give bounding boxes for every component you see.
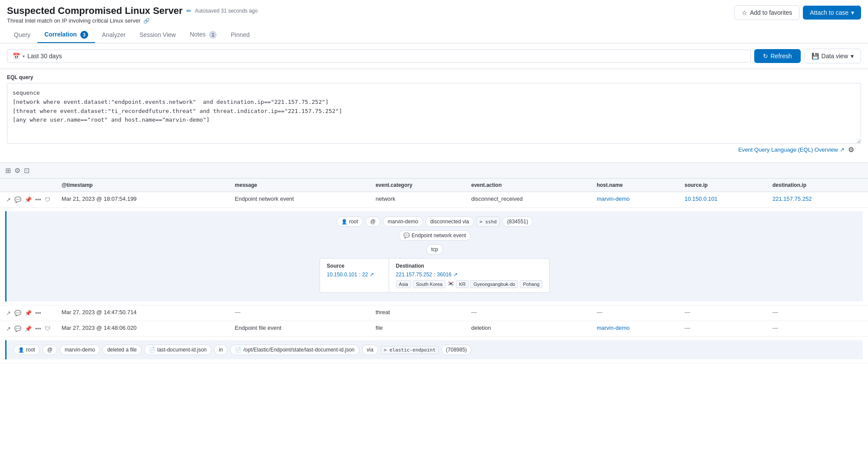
subtitle-link-icon[interactable]: 🔗 [143, 18, 150, 24]
tab-notes[interactable]: Notes 1 [183, 27, 224, 43]
expand-row-3-button[interactable]: ↗ [5, 325, 12, 333]
source-header: Source [327, 263, 382, 269]
comment-row-1-button[interactable]: 💬 [13, 196, 22, 204]
comment-row-2-button[interactable]: 💬 [13, 309, 22, 317]
more-row-2-button[interactable]: ••• [34, 309, 42, 317]
col-host-name-header[interactable]: host.name [591, 179, 679, 192]
row-2-message: — [230, 305, 370, 321]
edit-title-icon[interactable]: ✏ [186, 7, 191, 14]
attach-chevron-icon: ▾ [851, 9, 854, 16]
more-row-1-button[interactable]: ••• [34, 196, 42, 204]
row-1-proto-pills: tcp [13, 244, 856, 255]
row-2-host-name: — [591, 305, 679, 321]
col-message-header[interactable]: message [230, 179, 370, 192]
column-expand-icon[interactable]: ⊡ [24, 166, 30, 175]
shield-row-3-button[interactable]: 🛡 [44, 325, 51, 333]
comment-row-3-button[interactable]: 💬 [13, 325, 22, 333]
refresh-icon: ↻ [763, 53, 768, 60]
col-actions-header [0, 179, 56, 192]
msg-pill: 💬 Endpoint network event [399, 230, 471, 241]
row-1-host-link[interactable]: marvin-demo [597, 196, 630, 202]
tab-analyzer[interactable]: Analyzer [95, 28, 132, 43]
data-view-button[interactable]: 💾 Data view ▾ [804, 49, 861, 63]
comment-icon-small: 💬 [403, 232, 410, 239]
pin-row-1-button[interactable]: 📌 [24, 196, 33, 204]
geo-tags: Asia South Korea 🇰🇷 KR Gyeongsangbuk-do … [396, 280, 543, 288]
row-1-source-ip-link[interactable]: 10.150.0.101 [685, 196, 718, 202]
eql-query-text: sequence [network where event.dataset:"e… [13, 89, 855, 125]
autosaved-label: Autosaved 31 seconds ago [195, 8, 258, 14]
geo-code: KR [456, 280, 469, 288]
results-table: @timestamp message event.category event.… [0, 179, 868, 363]
r3-path-icon: 📄 [235, 347, 241, 353]
row-1-msg-pills: 💬 Endpoint network event [13, 230, 856, 241]
column-toggle-icon[interactable]: ⊞ [5, 166, 11, 175]
col-event-category-header[interactable]: event.category [370, 179, 466, 192]
host-pill: marvin-demo [383, 216, 423, 227]
save-icon: 💾 [812, 53, 819, 60]
attach-to-case-button[interactable]: Attach to case ▾ [803, 6, 861, 20]
attach-label: Attach to case [810, 9, 848, 16]
row-1-dest-ip-link[interactable]: 221.157.75.252 [772, 196, 812, 202]
source-external-icon[interactable]: ↗ [370, 272, 374, 278]
external-link-icon: ↗ [840, 146, 845, 153]
row-3-actions: ↗ 💬 📌 ••• 🛡 [5, 325, 51, 333]
pin-row-2-button[interactable]: 📌 [24, 309, 33, 317]
row-2-destination-ip: — [767, 305, 868, 321]
row-1-pills: 👤 root @ marvin-demo disconnected via > … [13, 216, 856, 227]
geo-city: Pohang [520, 280, 542, 288]
table-row: ↗ 💬 📌 ••• 🛡 Mar 21, 2023 @ 18:07:54.199 … [0, 192, 868, 208]
source-ip-display: 10.150.0.101 : 22 ↗ [327, 272, 382, 278]
header-actions: ☆ Add to favorites Attach to case ▾ [734, 5, 861, 20]
tab-bar: Query Correlation 3 Analyzer Session Vie… [7, 27, 861, 43]
dest-ip-display: 221.157.75.252 : 36016 ↗ [396, 272, 543, 278]
table-settings-icon[interactable]: ⚙ [14, 166, 20, 175]
eql-settings-icon[interactable]: ⚙ [848, 146, 854, 154]
date-range-picker[interactable]: 📅 ▾ Last 30 days [7, 50, 751, 63]
tab-session-view[interactable]: Session View [132, 28, 183, 43]
col-event-action-header[interactable]: event.action [466, 179, 591, 192]
row-1-destination-ip: 221.157.75.252 [767, 192, 868, 208]
source-port-link[interactable]: 22 [362, 272, 368, 278]
row-2-event-action: — [466, 305, 591, 321]
dest-port-link[interactable]: 36016 [437, 272, 451, 278]
more-row-3-button[interactable]: ••• [34, 325, 42, 333]
eql-section: EQL query sequence [network where event.… [0, 69, 868, 163]
tab-correlation[interactable]: Correlation 3 [37, 27, 95, 43]
row-3-host-link[interactable]: marvin-demo [597, 325, 630, 331]
row-3-expanded-cell: 👤 root @ marvin-demo deleted a file 📄 la… [0, 337, 868, 363]
dest-ip-link[interactable]: 221.157.75.252 [396, 272, 432, 278]
date-range-value: Last 30 days [27, 53, 745, 60]
table-header-bar: ⊞ ⚙ ⊡ [0, 163, 868, 179]
row-1-message: Endpoint network event [230, 192, 370, 208]
user-icon: 👤 [341, 219, 347, 225]
eql-link-text: Event Query Language (EQL) Overview [738, 146, 838, 153]
refresh-button[interactable]: ↻ Refresh [754, 49, 801, 63]
shield-row-1-button[interactable]: 🛡 [44, 196, 51, 204]
add-to-favorites-button[interactable]: ☆ Add to favorites [734, 5, 799, 20]
row-1-timestamp: Mar 21, 2023 @ 18:07:54.199 [56, 192, 230, 208]
r3-via-pill: via [362, 345, 378, 355]
pin-row-3-button[interactable]: 📌 [24, 325, 33, 333]
data-view-chevron: ▾ [851, 53, 854, 60]
dest-external-icon[interactable]: ↗ [453, 272, 458, 278]
correlation-badge: 3 [80, 31, 88, 39]
pid-pill: (834551) [502, 216, 533, 227]
row-3-expanded-content: 👤 root @ marvin-demo deleted a file 📄 la… [5, 340, 863, 359]
expand-row-1-button[interactable]: ↗ [5, 196, 12, 204]
r3-file-icon-pill: 📄 last-document-id.json [144, 345, 211, 355]
row-3-event-category: file [370, 321, 466, 337]
eql-editor[interactable]: sequence [network where event.dataset:"e… [7, 83, 861, 144]
eql-overview-link[interactable]: Event Query Language (EQL) Overview ↗ [738, 146, 845, 153]
r3-verb-pill: deleted a file [102, 345, 142, 355]
col-source-ip-header[interactable]: source.ip [680, 179, 767, 192]
row-2-source-ip: — [680, 305, 767, 321]
tab-pinned[interactable]: Pinned [224, 28, 257, 43]
favorites-label: Add to favorites [750, 9, 792, 16]
r3-at-pill: @ [43, 345, 57, 355]
tab-query[interactable]: Query [7, 28, 37, 43]
col-timestamp-header[interactable]: @timestamp [56, 179, 230, 192]
col-destination-ip-header[interactable]: destination.ip [767, 179, 868, 192]
expand-row-2-button[interactable]: ↗ [5, 309, 12, 317]
source-ip-link[interactable]: 10.150.0.101 [327, 272, 357, 278]
